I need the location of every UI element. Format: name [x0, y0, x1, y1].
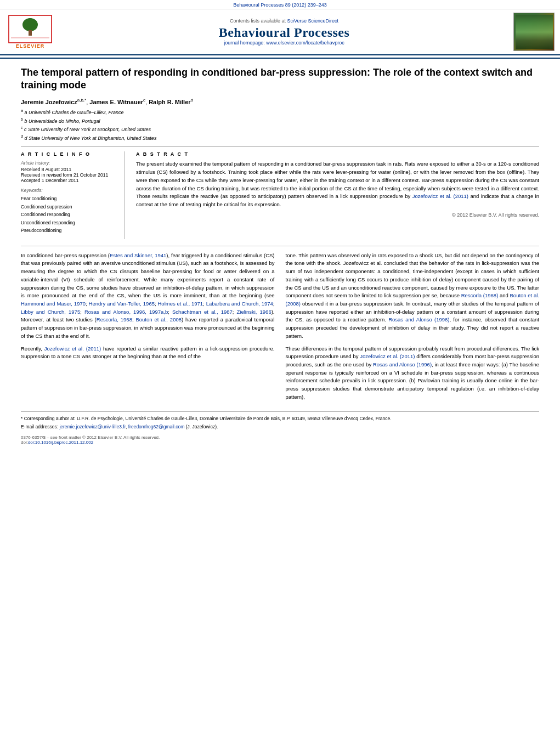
accepted-date: Accepted 1 December 2011: [21, 178, 118, 183]
history-label: Article history:: [21, 160, 118, 166]
copyright-line: © 2012 Elsevier B.V. All rights reserved…: [136, 212, 539, 218]
keywords-label: Keywords:: [21, 188, 118, 193]
body-divider: [21, 246, 539, 246]
elsevier-logo: ELSEVIER: [5, 15, 55, 49]
journal-thumbnail: [513, 13, 555, 51]
author-3: Ralph R. Miller: [149, 98, 190, 105]
journal-title: Behavioural Processes: [60, 25, 508, 40]
body-column-right: tone. This pattern was observed only in …: [286, 252, 540, 406]
affiliation-d: d d State University of New York at Bing…: [21, 134, 539, 143]
article-info-column: A R T I C L E I N F O Article history: R…: [21, 151, 125, 239]
author-2: James E. Witnauer: [89, 98, 143, 105]
footer-doi: doi:doi:10.1016/j.beproc.2011.12.002: [21, 440, 539, 445]
abstract-text: The present study examined the temporal …: [136, 160, 539, 208]
article-info-label: A R T I C L E I N F O: [21, 151, 118, 157]
body-section: In conditioned bar-press suppression (Es…: [21, 252, 539, 406]
affiliation-a: a a Université Charles de Gaulle–Lille3,…: [21, 108, 539, 117]
article-history: Article history: Received 8 August 2011 …: [21, 160, 118, 183]
footnote-email: E-mail addresses: jeremie.jozefowicz@uni…: [21, 423, 539, 431]
elsevier-wordmark: ELSEVIER: [16, 43, 45, 49]
paper-content: The temporal pattern of responding in co…: [0, 59, 560, 450]
journal-citation-bar: Behavioural Processes 89 (2012) 239–243: [0, 0, 560, 9]
journal-homepage: journal homepage: www.elsevier.com/locat…: [60, 40, 508, 46]
received-date: Received 8 August 2011: [21, 167, 118, 172]
body-left-para2: Recently, Jozefowicz et al. (2011) have …: [21, 345, 275, 361]
elsevier-logo-icon: [8, 15, 52, 43]
keyword-4: Unconditioned responding: [21, 219, 118, 227]
affiliation-c: c c State University of New York at Broc…: [21, 125, 539, 134]
journal-citation: Behavioural Processes 89 (2012) 239–243: [233, 2, 327, 8]
doi-link[interactable]: doi:10.1016/j.beproc.2011.12.002: [28, 440, 93, 445]
affiliation-b: b b Universidade do Minho, Portugal: [21, 117, 539, 126]
email-1[interactable]: jeremie.jozefowicz@univ-lille3.fr: [59, 424, 126, 429]
footnotes-section: * Corresponding author at: U.F.R. de Psy…: [21, 411, 539, 431]
keyword-1: Fear conditioning: [21, 195, 118, 202]
authors-line: Jeremie Jozefowicza,b,*, James E. Witnau…: [21, 98, 539, 105]
journal-header: Behavioural Processes 89 (2012) 239–243: [0, 0, 560, 59]
svg-rect-3: [29, 30, 32, 36]
divider-1: [21, 146, 539, 147]
body-column-left: In conditioned bar-press suppression (Es…: [21, 252, 275, 406]
abstract-column: A B S T R A C T The present study examin…: [136, 151, 539, 239]
contents-line: Contents lists available at SciVerse Sci…: [60, 18, 508, 24]
abstract-label: A B S T R A C T: [136, 151, 539, 157]
paper-title: The temporal pattern of responding in co…: [21, 66, 539, 92]
body-right-para1: tone. This pattern was observed only in …: [286, 252, 540, 341]
journal-title-area: Contents lists available at SciVerse Sci…: [60, 18, 508, 46]
keyword-2: Conditioned suppression: [21, 203, 118, 211]
keywords-list: Fear conditioning Conditioned suppressio…: [21, 195, 118, 234]
affiliations: a a Université Charles de Gaulle–Lille3,…: [21, 108, 539, 142]
keywords-block: Keywords: Fear conditioning Conditioned …: [21, 188, 118, 234]
homepage-link[interactable]: www.elsevier.com/locate/behavproc: [266, 40, 344, 46]
footer-issn: 0376-6357/$ – see front matter © 2012 El…: [21, 435, 539, 440]
abstract-link-1[interactable]: Jozefowicz et al. (2011): [412, 193, 468, 199]
keyword-3: Conditioned responding: [21, 211, 118, 218]
author-1: Jeremie Jozefowicz: [21, 98, 77, 105]
keyword-5: Pseudoconditioning: [21, 227, 118, 234]
sciverse-link[interactable]: SciVerse ScienceDirect: [287, 18, 339, 24]
revised-date: Received in revised form 21 October 2011: [21, 172, 118, 178]
body-right-para2: These differences in the temporal patter…: [286, 345, 540, 401]
svg-point-4: [28, 18, 32, 22]
email-2[interactable]: freedomfrog62@gmail.com: [128, 424, 185, 429]
paper-footer: 0376-6357/$ – see front matter © 2012 El…: [21, 435, 539, 445]
footnote-corresponding: * Corresponding author at: U.F.R. de Psy…: [21, 415, 539, 422]
info-abstract-section: A R T I C L E I N F O Article history: R…: [21, 151, 539, 239]
body-left-para1: In conditioned bar-press suppression (Es…: [21, 252, 275, 341]
header-main: ELSEVIER Contents lists available at Sci…: [0, 9, 560, 55]
